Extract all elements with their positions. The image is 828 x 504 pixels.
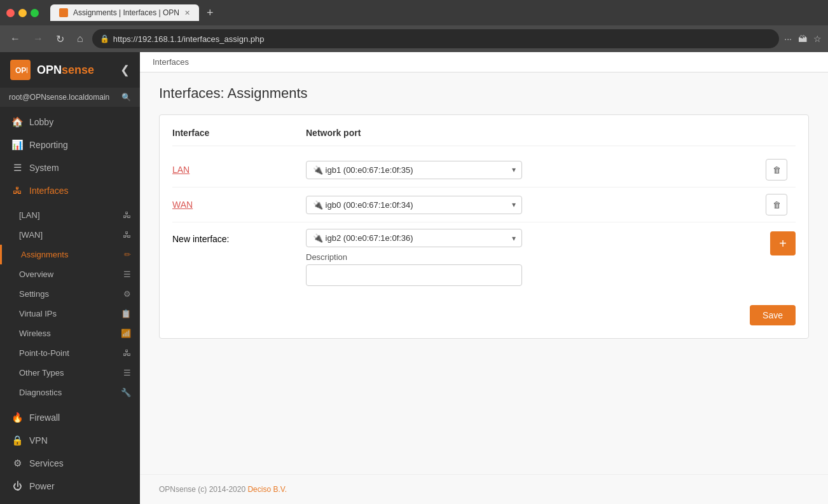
- table-row: LAN 🔌 igb1 (00:e0:67:1e:0f:35) 🔌 igb0 (0…: [172, 153, 796, 187]
- interfaces-submenu: [LAN] 🖧 [WAN] 🖧 Assignments ✏ Overview ☰…: [0, 201, 140, 406]
- diagnostics-label: Diagnostics: [19, 388, 121, 397]
- other-types-icon: ☰: [123, 368, 131, 378]
- description-input[interactable]: [306, 264, 522, 286]
- ptp-icon: 🖧: [123, 348, 131, 358]
- power-icon: ⏻: [11, 480, 23, 491]
- footer-text: OPNsense (c) 2014-2020: [159, 485, 247, 494]
- main-content: Interfaces Interfaces: Assignments Inter…: [140, 52, 828, 504]
- lan-port-select[interactable]: 🔌 igb1 (00:e0:67:1e:0f:35) 🔌 igb0 (00:e0…: [306, 161, 522, 179]
- wan-delete-button[interactable]: 🗑: [766, 194, 787, 215]
- sidebar-item-services[interactable]: ⚙ Services: [0, 452, 140, 475]
- wireless-label: Wireless: [19, 329, 121, 338]
- window-controls[interactable]: [6, 9, 39, 17]
- virtual-ips-icon: 📋: [121, 309, 131, 318]
- footer: OPNsense (c) 2014-2020 Deciso B.V.: [140, 474, 828, 504]
- wan-network-icon: 🖧: [123, 230, 131, 240]
- opnsense-logo-svg: OPN: [13, 63, 27, 77]
- sidebar-item-system[interactable]: ☰ System: [0, 156, 140, 179]
- add-interface-button[interactable]: +: [770, 231, 796, 255]
- new-interface-port-select[interactable]: 🔌 igb1 (00:e0:67:1e:0f:35) 🔌 igb0 (00:e0…: [306, 229, 522, 247]
- wan-port-select[interactable]: 🔌 igb1 (00:e0:67:1e:0f:35) 🔌 igb0 (00:e0…: [306, 196, 522, 214]
- maximize-window-button[interactable]: [31, 9, 39, 17]
- browser-chrome: Assignments | Interfaces | OPN ✕ +: [0, 0, 828, 25]
- address-bar[interactable]: 🔒 https://192.168.1.1/interfaces_assign.…: [92, 29, 780, 48]
- security-icon: 🔒: [100, 34, 109, 43]
- browser-tab[interactable]: Assignments | Interfaces | OPN ✕: [50, 4, 199, 21]
- bookmark-icon[interactable]: ☆: [813, 34, 822, 44]
- lan-interface-link[interactable]: LAN: [172, 165, 190, 175]
- sidebar-item-power-label: Power: [29, 481, 55, 491]
- top-bar: Interfaces: [140, 52, 828, 72]
- sidebar-item-settings[interactable]: Settings ⚙: [0, 284, 140, 304]
- sidebar-item-other-types[interactable]: Other Types ☰: [0, 363, 140, 383]
- home-button[interactable]: ⌂: [73, 31, 87, 47]
- close-window-button[interactable]: [6, 9, 15, 17]
- sidebar-toggle-button[interactable]: ❮: [120, 63, 130, 77]
- sidebar-item-reporting-label: Reporting: [29, 140, 68, 150]
- wan-trash-icon: 🗑: [773, 200, 781, 210]
- lan-trash-icon: 🗑: [773, 165, 781, 175]
- sidebar-item-lobby[interactable]: 🏠 Lobby: [0, 111, 140, 133]
- sidebar-item-virtual-ips[interactable]: Virtual IPs 📋: [0, 304, 140, 324]
- url-display: https://192.168.1.1/interfaces_assign.ph…: [113, 34, 772, 44]
- vpn-icon: 🔒: [11, 435, 23, 446]
- description-label: Description: [306, 252, 751, 262]
- save-row: Save: [172, 305, 796, 325]
- lan-delete-button[interactable]: 🗑: [766, 159, 787, 180]
- sidebar-item-lan[interactable]: [LAN] 🖧: [0, 205, 140, 225]
- sidebar-item-wireless[interactable]: Wireless 📶: [0, 324, 140, 343]
- logo-text: OPNsense: [37, 64, 94, 77]
- table-row: WAN 🔌 igb1 (00:e0:67:1e:0f:35) 🔌 igb0 (0…: [172, 187, 796, 222]
- wan-interface-link[interactable]: WAN: [172, 200, 193, 210]
- user-bar: root@OPNsense.localdomain 🔍: [0, 88, 140, 107]
- system-icon: ☰: [11, 162, 23, 174]
- new-interface-port-select-wrapper: 🔌 igb1 (00:e0:67:1e:0f:35) 🔌 igb0 (00:e0…: [306, 229, 522, 247]
- lan-label: [LAN]: [19, 210, 123, 220]
- tab-close-button[interactable]: ✕: [184, 9, 190, 17]
- sidebar-item-reporting[interactable]: 📊 Reporting: [0, 133, 140, 156]
- sidebar-item-system-label: System: [29, 163, 59, 173]
- sidebar-header: OPN OPNsense ❮: [0, 52, 140, 88]
- sidebar-item-vpn[interactable]: 🔒 VPN: [0, 429, 140, 452]
- sidebar-item-vpn-label: VPN: [29, 435, 48, 446]
- logo-area: OPN OPNsense: [10, 60, 94, 80]
- virtual-ips-label: Virtual IPs: [19, 309, 121, 318]
- sidebar-nav: 🏠 Lobby 📊 Reporting ☰ System 🖧 Interface…: [0, 107, 140, 504]
- firewall-icon: 🔥: [11, 412, 23, 423]
- sidebar-item-point-to-point[interactable]: Point-to-Point 🖧: [0, 343, 140, 363]
- minimize-window-button[interactable]: [18, 9, 27, 17]
- save-button[interactable]: Save: [750, 305, 796, 325]
- sidebar-item-power[interactable]: ⏻ Power: [0, 475, 140, 497]
- forward-button[interactable]: →: [29, 31, 47, 47]
- search-icon[interactable]: 🔍: [121, 93, 131, 102]
- sidebar-item-wan[interactable]: [WAN] 🖧: [0, 225, 140, 245]
- back-button[interactable]: ←: [6, 31, 24, 47]
- footer-link[interactable]: Deciso B.V.: [247, 485, 287, 494]
- sidebar-item-assignments[interactable]: Assignments ✏: [0, 245, 140, 264]
- sidebar-item-diagnostics[interactable]: Diagnostics 🔧: [0, 383, 140, 402]
- pocket-icon[interactable]: 🏔: [798, 34, 807, 44]
- sidebar: OPN OPNsense ❮ root@OPNsense.localdomain…: [0, 52, 140, 504]
- new-interface-row: New interface: 🔌 igb1 (00:e0:67:1e:0f:35…: [172, 222, 796, 292]
- overview-label: Overview: [19, 269, 123, 279]
- table-header-row: Interface Network port: [172, 128, 796, 146]
- page-title: Interfaces: Assignments: [159, 85, 809, 102]
- new-interface-label: New interface:: [172, 234, 229, 244]
- sidebar-item-interfaces[interactable]: 🖧 Interfaces: [0, 179, 140, 201]
- refresh-button[interactable]: ↻: [52, 31, 68, 48]
- other-types-label: Other Types: [19, 368, 123, 378]
- overview-icon: ☰: [123, 269, 131, 279]
- more-options-icon[interactable]: ···: [784, 34, 792, 44]
- sidebar-item-help[interactable]: ? Help: [0, 497, 140, 504]
- col-header-network-port: Network port: [306, 128, 751, 138]
- lan-network-icon: 🖧: [123, 210, 131, 220]
- settings-label: Settings: [19, 289, 123, 299]
- sidebar-item-overview[interactable]: Overview ☰: [0, 264, 140, 284]
- logo-icon: OPN: [10, 60, 31, 80]
- new-tab-button[interactable]: +: [207, 6, 214, 20]
- sidebar-item-firewall-label: Firewall: [29, 412, 60, 423]
- settings-gear-icon: ⚙: [123, 289, 131, 299]
- sidebar-item-firewall[interactable]: 🔥 Firewall: [0, 406, 140, 429]
- breadcrumb-interfaces[interactable]: Interfaces: [153, 57, 189, 67]
- new-interface-grid: New interface: 🔌 igb1 (00:e0:67:1e:0f:35…: [172, 229, 796, 286]
